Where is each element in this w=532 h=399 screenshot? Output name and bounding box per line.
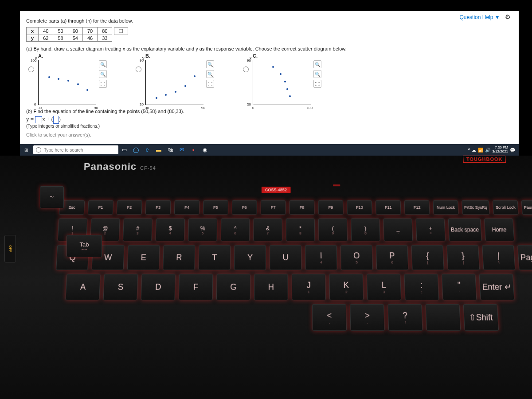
key-[interactable]: {[ — [411, 245, 444, 270]
key-f[interactable]: F — [179, 274, 213, 301]
key-p[interactable]: P6 — [376, 245, 409, 270]
key-[interactable]: }] — [446, 245, 480, 270]
key-[interactable]: "' — [442, 274, 477, 301]
key-f5[interactable]: F5 — [203, 200, 228, 215]
key-[interactable]: $4 — [155, 219, 185, 242]
key-home[interactable]: Home — [484, 219, 514, 242]
key-o[interactable]: O5 — [340, 245, 373, 270]
hint-text: (Type integers or simplified fractions.) — [26, 124, 512, 129]
wifi-icon[interactable]: 📶 — [478, 148, 483, 153]
zoom-out-icon[interactable]: 🔍 — [206, 70, 214, 78]
key-[interactable]: >. — [350, 304, 385, 331]
key-s[interactable]: S — [103, 274, 138, 301]
notifications-icon[interactable]: 💬 — [510, 148, 515, 153]
option-a[interactable]: A. y 100 0 30 90 — [26, 53, 107, 105]
key-f10[interactable]: F10 — [347, 200, 372, 215]
radio-b[interactable] — [136, 66, 141, 72]
key-j[interactable]: J1 — [292, 274, 326, 301]
key-[interactable]: &7 — [253, 219, 282, 242]
key-numlock[interactable]: Num Lock — [433, 200, 458, 215]
intercept-input[interactable] — [53, 116, 59, 124]
key-[interactable]: )0 — [351, 219, 380, 242]
store-icon[interactable]: 🛍 — [165, 145, 175, 155]
asset-tag-2 — [333, 184, 340, 186]
key-f2[interactable]: F2 — [117, 200, 142, 215]
key-h[interactable]: H — [254, 274, 288, 301]
tab-key[interactable]: Tab⇤⇥ — [66, 235, 102, 257]
key-d[interactable]: D — [141, 274, 176, 301]
expand-icon[interactable]: ⛶ — [99, 80, 107, 88]
app-icon[interactable]: ▪ — [188, 145, 198, 155]
key-[interactable]: ^6 — [221, 219, 250, 242]
key-r[interactable]: R — [163, 245, 195, 270]
key-prtscsysrq[interactable]: PrtSc SysRq — [462, 200, 490, 215]
zoom-in-icon[interactable]: 🔍 — [206, 60, 214, 68]
key-f9[interactable]: F9 — [318, 200, 343, 215]
volume-icon[interactable]: 🔊 — [485, 148, 490, 153]
key-f4[interactable]: F4 — [174, 200, 200, 215]
chrome-icon[interactable]: ◉ — [200, 145, 210, 155]
key-f3[interactable]: F3 — [145, 200, 171, 215]
key-t[interactable]: T — [199, 245, 231, 270]
option-b[interactable]: B. y 90 30 30 90 — [133, 53, 214, 105]
slope-input[interactable] — [35, 116, 42, 123]
zoom-out-icon[interactable]: 🔍 — [99, 70, 107, 78]
key-u[interactable]: U — [270, 245, 301, 270]
option-c[interactable]: C. x 90 30 0 100 — [241, 53, 321, 105]
explorer-icon[interactable]: ▬ — [154, 145, 164, 155]
task-view-icon[interactable]: ▭ — [119, 145, 129, 155]
key-[interactable]: *8 — [286, 219, 315, 242]
key-backspace[interactable]: Back space — [448, 219, 482, 242]
zoom-out-icon[interactable]: 🔍 — [313, 70, 321, 78]
key-[interactable]: :; — [404, 274, 439, 301]
question-help-dropdown[interactable]: Question Help ▼ — [459, 14, 500, 20]
key-f11[interactable]: F11 — [376, 200, 401, 215]
key-[interactable]: |\ — [482, 245, 515, 270]
key-shift[interactable]: ⇧Shift — [463, 304, 499, 331]
key-blank[interactable] — [426, 304, 461, 331]
start-button[interactable]: ⊞ — [20, 144, 32, 156]
key-y[interactable]: Y — [234, 245, 266, 270]
key-scrolllock[interactable]: Scroll Lock — [493, 200, 519, 215]
radio-a[interactable] — [28, 66, 34, 72]
key-[interactable]: _- — [383, 219, 413, 242]
key-enter[interactable]: Enter ↵ — [479, 274, 515, 301]
key-e[interactable]: E — [127, 245, 160, 270]
expand-icon[interactable]: ⛶ — [313, 80, 321, 88]
key-f1[interactable]: F1 — [88, 200, 113, 215]
key-f7[interactable]: F7 — [261, 200, 286, 215]
key-g[interactable]: G — [216, 274, 250, 301]
key-[interactable]: #3 — [123, 219, 153, 242]
zoom-in-icon[interactable]: 🔍 — [99, 60, 107, 68]
copy-icon[interactable]: ❐ — [114, 27, 128, 35]
key-[interactable]: += — [415, 219, 445, 242]
onedrive-icon[interactable]: ☁ — [472, 148, 476, 153]
edge-icon[interactable]: e — [142, 145, 152, 155]
key-f12[interactable]: F12 — [404, 200, 430, 215]
key-k[interactable]: K2 — [329, 274, 364, 301]
gear-icon[interactable]: ⚙ — [505, 13, 511, 20]
key-f6[interactable]: F6 — [232, 200, 257, 215]
search-input[interactable]: Type here to search — [33, 145, 118, 154]
clock[interactable]: 7:30 PM3/12/2021 — [492, 146, 508, 154]
key-i[interactable]: I4 — [305, 245, 337, 270]
browser-content: Question Help ▼ ⚙ Complete parts (a) thr… — [20, 11, 519, 144]
cortana-icon[interactable]: ◯ — [131, 145, 141, 155]
mail-icon[interactable]: ✉ — [177, 145, 187, 155]
zoom-in-icon[interactable]: 🔍 — [313, 60, 321, 68]
key-l[interactable]: L3 — [367, 274, 401, 301]
key-[interactable]: (9 — [318, 219, 348, 242]
key-a[interactable]: A — [65, 274, 100, 301]
key-[interactable]: ?/ — [387, 304, 422, 331]
key-[interactable]: %5 — [188, 219, 217, 242]
key-pausebreak[interactable]: Pause Break — [521, 200, 532, 215]
tilde-key[interactable]: ~ — [40, 186, 64, 208]
expand-icon[interactable]: ⛶ — [206, 80, 214, 88]
key-f8[interactable]: F8 — [289, 200, 315, 215]
system-tray[interactable]: ^ ☁ 📶 🔊 7:30 PM3/12/2021 💬 — [468, 146, 519, 154]
radio-c[interactable] — [243, 66, 249, 72]
key-[interactable]: <, — [312, 304, 347, 331]
chevron-up-icon[interactable]: ^ — [468, 148, 470, 153]
key-pageup[interactable]: Page Up — [517, 245, 532, 270]
off-switch[interactable]: OFF — [4, 235, 16, 262]
